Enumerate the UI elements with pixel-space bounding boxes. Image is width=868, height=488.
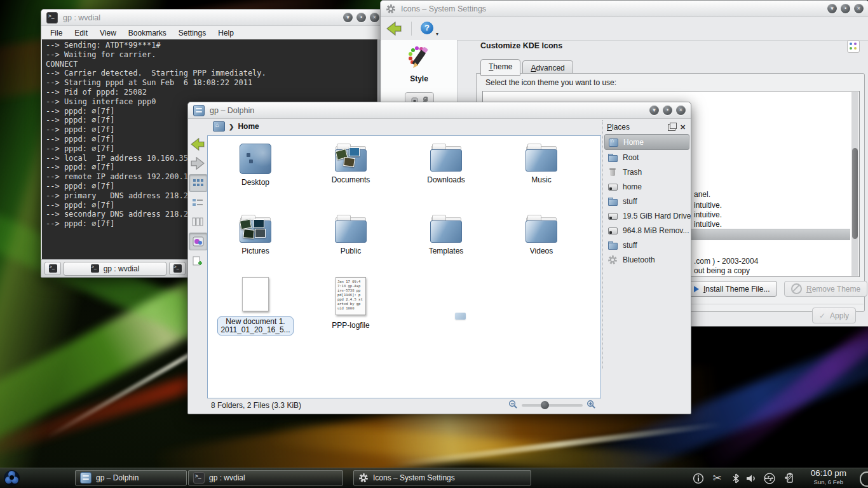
preview-icon xyxy=(193,236,204,247)
back-button[interactable] xyxy=(386,22,402,36)
folder-desktop[interactable]: Desktop xyxy=(217,144,294,187)
breadcrumb-home[interactable]: Home xyxy=(238,122,259,131)
removable-drive-icon xyxy=(607,226,618,236)
maximize-button[interactable]: • xyxy=(841,4,850,13)
konsole-titlebar[interactable]: gp : wvdial ▾ • × xyxy=(41,10,384,26)
sidebar-item-style-label: Style xyxy=(410,74,428,83)
install-theme-button[interactable]: Install Theme File... xyxy=(687,281,777,297)
place-home[interactable]: Home xyxy=(604,134,689,150)
clock-time: 06:10 pm xyxy=(811,469,846,478)
place-trash[interactable]: Trash xyxy=(604,165,689,179)
folder-videos[interactable]: Videos xyxy=(503,215,580,255)
task-label: gp – Dolphin xyxy=(96,473,139,482)
zoom-slider[interactable] xyxy=(522,404,583,407)
details-view-button[interactable] xyxy=(189,194,207,211)
konsole-menubar: File Edit View Bookmarks Settings Help xyxy=(41,26,384,40)
app-launcher-button[interactable] xyxy=(4,470,20,486)
battery-icon[interactable] xyxy=(782,471,795,485)
place-stuff-2[interactable]: stuff xyxy=(604,238,689,252)
folder-music[interactable]: Music xyxy=(503,144,580,184)
folder-with-photos-icon xyxy=(238,215,273,243)
maximize-button[interactable]: • xyxy=(356,13,366,22)
sidebar-item-style[interactable]: Style xyxy=(381,40,457,83)
folder-label: Videos xyxy=(503,247,580,255)
remove-theme-button[interactable]: Remove Theme xyxy=(784,281,867,297)
terminal-icon xyxy=(173,264,182,273)
menu-file[interactable]: File xyxy=(50,29,62,37)
minimize-button[interactable]: ▾ xyxy=(343,13,353,22)
columns-view-button[interactable] xyxy=(189,214,207,230)
folder-templates[interactable]: Templates xyxy=(408,215,484,255)
dolphin-file-view[interactable]: Desktop Documents Downloads Music xyxy=(207,135,601,398)
minimize-button[interactable]: ▾ xyxy=(827,4,837,13)
dolphin-icon xyxy=(193,105,205,116)
places-header[interactable]: Places ✕ xyxy=(604,120,689,134)
zoom-slider-knob[interactable] xyxy=(541,401,549,409)
close-button[interactable]: × xyxy=(676,105,686,115)
menu-view[interactable]: View xyxy=(100,29,116,37)
task-wvdial[interactable]: gp : wvdial xyxy=(188,470,343,485)
place-home-drive[interactable]: home xyxy=(604,179,689,194)
bluetooth-icon[interactable] xyxy=(729,471,742,485)
hard-drive-icon xyxy=(607,211,618,221)
clock[interactable]: 06:10 pm Sun, 6 Feb xyxy=(811,469,846,487)
klipper-scissors-icon[interactable]: ✂ xyxy=(710,471,724,485)
status-text: 8 Folders, 2 Files (3.3 KiB) xyxy=(211,401,301,410)
place-bluetooth[interactable]: Bluetooth xyxy=(604,252,689,267)
dolphin-title: gp – Dolphin xyxy=(210,106,254,115)
zoom-in-icon[interactable] xyxy=(587,400,596,411)
dolphin-icon xyxy=(80,472,92,484)
detach-panel-icon[interactable] xyxy=(668,124,675,131)
apply-button[interactable]: ✓ Apply xyxy=(812,308,856,323)
place-removable-drive[interactable]: 964.8 MiB Remov... xyxy=(604,223,689,238)
system-settings-titlebar[interactable]: Icons – System Settings ▾ • × xyxy=(381,1,868,17)
task-label: Icons – System Settings xyxy=(373,473,455,482)
zoom-out-icon[interactable] xyxy=(508,400,518,411)
tab-theme[interactable]: Theme xyxy=(480,59,520,76)
panel-cashew-icon[interactable] xyxy=(860,471,868,487)
close-panel-icon[interactable]: ✕ xyxy=(680,124,687,131)
new-tab-button[interactable] xyxy=(44,262,61,275)
document-file-icon xyxy=(242,277,269,311)
file-new-document[interactable]: New document 1. 2011_01_20_16_5... xyxy=(217,277,294,336)
place-stuff[interactable]: stuff xyxy=(604,194,689,208)
folder-public[interactable]: Public xyxy=(313,215,389,255)
list-scrollbar[interactable] xyxy=(851,92,858,276)
menu-bookmarks[interactable]: Bookmarks xyxy=(128,29,166,37)
desktop-folder-icon xyxy=(240,144,271,174)
place-label: 964.8 MiB Remov... xyxy=(623,226,689,235)
menu-edit[interactable]: Edit xyxy=(74,29,88,37)
theme-list-text-fragment: intuitive. xyxy=(694,220,722,229)
folder-downloads[interactable]: Downloads xyxy=(408,144,484,184)
tab-list-button[interactable] xyxy=(169,262,186,275)
minimize-button[interactable]: ▾ xyxy=(649,105,659,115)
home-folder-icon[interactable] xyxy=(213,121,225,132)
volume-icon[interactable] xyxy=(744,471,757,485)
place-root[interactable]: Root xyxy=(604,150,689,165)
help-button[interactable]: ? ▾ xyxy=(421,20,437,37)
konsole-tab[interactable]: gp : wvdial xyxy=(64,262,166,276)
back-button[interactable] xyxy=(189,136,207,152)
info-icon[interactable] xyxy=(691,471,705,485)
gear-icon xyxy=(386,4,396,14)
forward-button[interactable] xyxy=(189,155,207,172)
split-view-button[interactable] xyxy=(189,253,207,269)
task-dolphin[interactable]: gp – Dolphin xyxy=(75,470,187,485)
gear-icon xyxy=(607,255,618,265)
folder-documents[interactable]: Documents xyxy=(313,144,389,184)
icons-view-button[interactable] xyxy=(189,174,208,192)
place-hard-drive[interactable]: 19.5 GiB Hard Drive xyxy=(604,208,689,223)
toolbar-separator xyxy=(411,22,412,36)
file-ppp-logfile[interactable]: Jan 17 09:4 7:18 gp-Asp ire-5738 pp pd[1… xyxy=(313,277,389,330)
folder-pictures[interactable]: Pictures xyxy=(217,215,294,255)
theme-description-fragment: .com ) - 2003-2004 xyxy=(694,257,758,266)
close-button[interactable]: × xyxy=(854,4,864,13)
task-system-settings[interactable]: Icons – System Settings xyxy=(353,470,531,485)
menu-settings[interactable]: Settings xyxy=(179,29,206,37)
usb-device-icon[interactable] xyxy=(763,471,776,485)
maximize-button[interactable]: • xyxy=(663,105,672,115)
menu-help[interactable]: Help xyxy=(218,29,234,37)
preview-button[interactable] xyxy=(189,233,208,250)
dolphin-titlebar[interactable]: gp – Dolphin ▾ • × xyxy=(188,102,691,119)
close-button[interactable]: × xyxy=(370,13,379,22)
